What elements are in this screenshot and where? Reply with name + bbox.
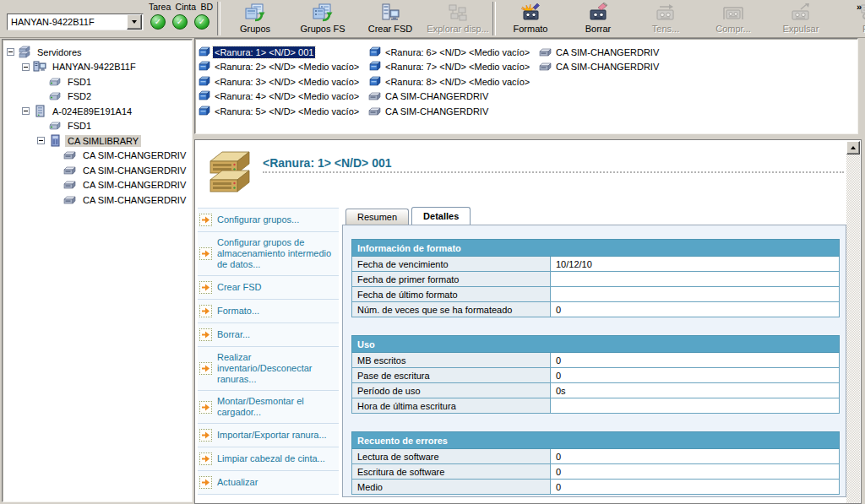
- media-stack-icon: [204, 149, 253, 195]
- tree-item-hanyan-server[interactable]: HANYAN-9422B11F: [3, 60, 192, 75]
- list-item-slot-1[interactable]: <Ranura: 1> <N/D> 001: [198, 45, 367, 60]
- compress-button-label: Compr...: [715, 24, 751, 34]
- erase-icon: [587, 3, 609, 23]
- explore-devices-button: Explorar disp...: [424, 0, 492, 37]
- format-button[interactable]: Formato: [497, 0, 564, 37]
- menu-item-format[interactable]: Formato...: [198, 300, 339, 323]
- table-row: MB escritos0: [352, 353, 840, 368]
- server-selector-value: HANYAN-9422B11F: [8, 17, 127, 27]
- table-row: Período de uso0s: [352, 383, 840, 398]
- arrow-right-icon: [199, 362, 212, 375]
- fsd-drive-icon: [48, 119, 62, 133]
- toolbar-separator: [492, 2, 496, 35]
- detalles-tab-panel: Información de formato Fecha de vencimie…: [342, 225, 846, 497]
- menu-item-clean-head[interactable]: Limpiar cabezal de cinta...: [198, 447, 339, 471]
- action-menu: Configurar grupos... Configurar grupos d…: [198, 208, 339, 495]
- collapse-icon[interactable]: [37, 137, 45, 144]
- computer-icon: [33, 60, 46, 73]
- fs-groups-icon: [312, 3, 334, 23]
- tree-item-changer-drive-2[interactable]: CA SIM-CHANGERDRIV: [3, 163, 192, 178]
- tree-item-fsd1[interactable]: FSD1: [3, 74, 192, 89]
- fs-groups-button[interactable]: Grupos FS: [289, 0, 356, 37]
- list-item-slot-5[interactable]: <Ranura: 5> <N/D> <Medio vacío>: [198, 104, 367, 119]
- tab-detalles[interactable]: Detalles: [411, 207, 471, 225]
- server-selector[interactable]: HANYAN-9422B11F: [7, 14, 144, 30]
- retension-button: Tens...: [632, 0, 699, 37]
- tree-item-changer-drive-4[interactable]: CA SIM-CHANGERDRIV: [3, 192, 192, 208]
- slot-cartridge-icon: [198, 60, 211, 73]
- tree-item-changer-drive-1[interactable]: CA SIM-CHANGERDRIV: [3, 149, 192, 164]
- compress-icon: [722, 3, 744, 23]
- list-item-slot-6[interactable]: <Ranura: 6> <N/D> <Medio vacío>: [368, 45, 537, 60]
- table-row: Fecha de primer formato: [352, 272, 840, 287]
- detail-title: <Ranura: 1> <N/D> 001: [263, 156, 392, 170]
- status-ok-icon-tarea: [150, 14, 166, 30]
- list-item-slot-4[interactable]: <Ranura: 4> <N/D> <Medio vacío>: [198, 89, 367, 105]
- slot-cartridge-icon: [368, 60, 382, 73]
- changer-drive-icon: [63, 149, 77, 162]
- format-info-table: Información de formato Fecha de vencimie…: [351, 239, 840, 317]
- erase-button[interactable]: Borrar: [564, 0, 632, 37]
- server-tower-icon: [33, 105, 46, 118]
- menu-item-create-fsd[interactable]: Crear FSD: [198, 276, 339, 300]
- explore-devices-button-label: Explorar disp...: [427, 24, 488, 34]
- explore-devices-icon: [447, 3, 469, 23]
- table-row: Lectura de software0: [352, 449, 840, 464]
- collapse-icon[interactable]: [22, 107, 30, 115]
- scroll-up-button[interactable]: [846, 141, 860, 154]
- table-row: Escritura de software0: [352, 464, 840, 480]
- changer-drive-icon: [368, 105, 382, 118]
- eject-icon: [790, 3, 812, 23]
- menu-item-mount-magazine[interactable]: Montar/Desmontar el cargador...: [198, 391, 339, 424]
- menu-item-configure-groups[interactable]: Configurar grupos...: [198, 209, 339, 232]
- list-item-changer-drive[interactable]: CA SIM-CHANGERDRIV: [539, 45, 708, 60]
- menu-item-inventory[interactable]: Realizar inventario/Desconectar ranuras.…: [198, 347, 339, 391]
- table-row: Fecha de último formato: [352, 287, 840, 302]
- menu-item-import-export-slot[interactable]: Importar/Exportar ranura...: [198, 424, 339, 447]
- table-row: Fecha de vencimiento10/12/10: [352, 257, 840, 272]
- list-item-changer-drive[interactable]: CA SIM-CHANGERDRIV: [368, 104, 537, 119]
- list-item-slot-7[interactable]: <Ranura: 7> <N/D> <Medio vacío>: [368, 60, 537, 75]
- tree-item-fsd2[interactable]: FSD2: [3, 89, 192, 105]
- erase-button-label: Borrar: [585, 24, 612, 34]
- format-button-label: Formato: [514, 24, 548, 34]
- list-item-slot-2[interactable]: <Ranura: 2> <N/D> <Medio vacío>: [198, 60, 367, 75]
- menu-item-erase[interactable]: Borrar...: [198, 323, 339, 347]
- toolbar-separator: [217, 2, 220, 35]
- dropdown-button[interactable]: [127, 14, 142, 30]
- tree-item-fsd1-a024[interactable]: FSD1: [3, 119, 192, 134]
- arrow-right-icon: [199, 281, 212, 294]
- changer-drive-icon: [63, 164, 77, 177]
- vertical-scrollbar[interactable]: [846, 141, 860, 503]
- tab-resumen[interactable]: Resumen: [345, 209, 409, 225]
- list-item-slot-3[interactable]: <Ranura: 3> <N/D> <Medio vacío>: [198, 74, 367, 89]
- scrollbar-track[interactable]: [846, 154, 860, 503]
- fsd-drive-icon: [48, 75, 62, 89]
- list-item-slot-8[interactable]: <Ranura: 8> <N/D> <Medio vacío>: [368, 74, 537, 89]
- collapse-icon[interactable]: [7, 48, 14, 56]
- create-fsd-button-label: Crear FSD: [368, 24, 413, 34]
- changer-drive-icon: [63, 193, 77, 207]
- groups-button-label: Grupos: [240, 24, 270, 34]
- status-label-cinta: Cinta: [176, 3, 197, 12]
- chevron-down-icon: [132, 20, 137, 24]
- list-item-changer-drive[interactable]: CA SIM-CHANGERDRIV: [368, 89, 537, 105]
- slot-cartridge-icon: [368, 46, 382, 59]
- eject-button: Expulsar: [767, 0, 835, 37]
- tree-item-servidores[interactable]: Servidores: [3, 45, 192, 60]
- list-item-changer-drive[interactable]: CA SIM-CHANGERDRIV: [539, 60, 708, 75]
- groups-button[interactable]: Grupos: [221, 0, 289, 37]
- tree-item-ca-simlibrary[interactable]: CA SIMLIBRARY: [3, 133, 192, 149]
- status-indicators: Tarea Cinta BD: [149, 3, 213, 30]
- menu-item-configure-staging-groups[interactable]: Configurar grupos de almacenamiento inte…: [198, 232, 339, 276]
- tree-item-changer-drive-3[interactable]: CA SIM-CHANGERDRIV: [3, 178, 192, 193]
- toolbar-overflow-chevron[interactable]: »: [857, 2, 862, 12]
- tree-item-a024-server[interactable]: A-024E89E191A14: [3, 104, 192, 119]
- collapse-icon[interactable]: [22, 63, 30, 71]
- groups-icon: [244, 3, 266, 23]
- retension-icon: [655, 3, 677, 23]
- status-label-tarea: Tarea: [149, 3, 171, 12]
- menu-item-refresh[interactable]: Actualizar: [198, 471, 339, 495]
- error-count-table: Recuento de errores Lectura de software0…: [351, 431, 840, 495]
- create-fsd-button[interactable]: Crear FSD: [356, 0, 424, 37]
